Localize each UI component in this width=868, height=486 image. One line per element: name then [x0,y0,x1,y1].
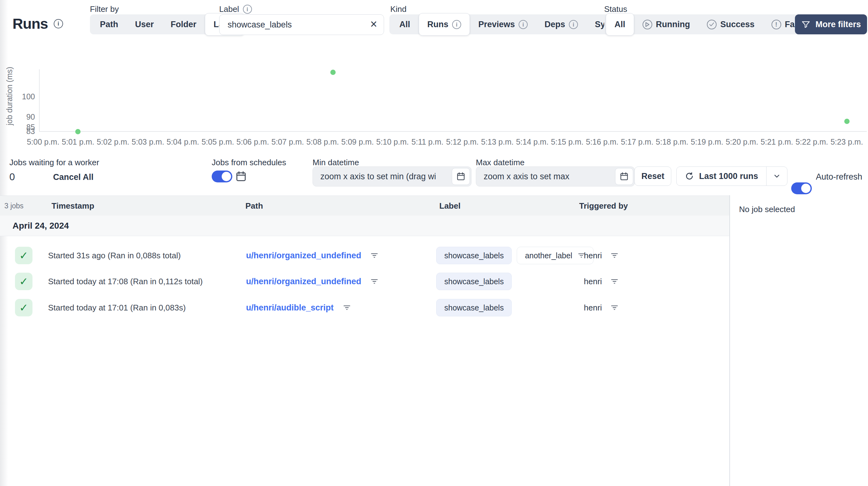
min-datetime-label: Min datetime [313,158,359,168]
refresh-icon [685,172,694,181]
filter-by-path-icon[interactable] [370,277,379,286]
x-axis-tick: 5:09 p.m. [341,138,374,147]
run-scatter-point[interactable] [844,119,849,124]
x-axis-tick: 5:18 p.m. [656,138,688,147]
success-status-icon: ✓ [15,273,32,290]
table-header: 3 jobs Timestamp Path Label Triggered by [0,195,730,215]
x-axis-tick: 5:19 p.m. [691,138,723,147]
run-path-link[interactable]: u/henri/organized_undefined [246,277,361,286]
jobs-from-schedules-label: Jobs from schedules [212,158,286,168]
x-axis-tick: 5:01 p.m. [62,138,94,147]
date-group-header: April 24, 2024 [0,215,730,236]
x-axis-tick: 5:12 p.m. [446,138,479,147]
run-scatter-point[interactable] [75,129,81,134]
x-axis-tick: 5:14 p.m. [516,138,549,147]
run-timestamp: Started today at 17:01 (Ran in 0,083s) [48,295,186,321]
min-datetime-field [313,166,471,186]
filter-by-path-icon[interactable] [370,251,379,260]
no-job-selected-message: No job selected [739,205,795,214]
last-1000-runs-button[interactable]: Last 1000 runs [677,167,766,185]
run-scatter-point[interactable] [330,70,336,75]
runs-count-split-button: Last 1000 runs [676,166,787,186]
x-axis-tick: 5:08 p.m. [306,138,339,147]
max-datetime-field [476,166,635,186]
x-axis-tick: 5:06 p.m. [236,138,269,147]
column-triggered-by: Triggered by [579,196,628,216]
jobs-waiting-label: Jobs waiting for a worker [9,158,99,168]
x-axis-tick: 5:15 p.m. [551,138,584,147]
x-axis-tick: 5:17 p.m. [621,138,653,147]
max-datetime-input[interactable] [476,166,635,186]
filter-by-user-icon[interactable] [610,251,619,260]
x-axis-tick: 5:00 p.m. [27,138,59,147]
label-chip[interactable]: another_label [517,247,594,264]
run-timestamp: Started 31s ago (Ran in 0,088s total) [48,242,181,269]
max-datetime-calendar-button[interactable] [615,168,633,185]
x-axis-tick: 5:04 p.m. [167,138,199,147]
reset-button[interactable]: Reset [634,166,671,186]
max-datetime-label: Max datetime [476,158,525,168]
auto-refresh-label: Auto-refresh [816,172,862,182]
column-path: Path [245,196,263,216]
run-timestamp: Started today at 17:08 (Ran in 0,112s to… [48,268,203,295]
table-row[interactable]: ✓ Started today at 17:01 (Ran in 0,083s)… [0,295,730,321]
run-path-link[interactable]: u/henri/audible_script [246,303,334,313]
x-axis-tick: 5:02 p.m. [97,138,129,147]
success-status-icon: ✓ [15,247,32,264]
jobs-count: 3 jobs [4,196,23,216]
x-axis-tick: 5:23 p.m. [831,138,863,147]
schedules-calendar-icon [235,170,247,183]
min-datetime-calendar-button[interactable] [452,168,470,185]
filter-by-path-icon[interactable] [343,303,351,312]
cancel-all-button[interactable]: Cancel All [53,173,94,182]
x-axis-tick: 5:03 p.m. [132,138,164,147]
x-axis-tick: 5:13 p.m. [481,138,514,147]
chevron-down-icon [773,172,781,180]
label-chip[interactable]: showcase_labels [436,273,512,290]
run-path-link[interactable]: u/henri/organized_undefined [246,251,361,261]
min-datetime-input[interactable] [313,166,471,186]
x-axis-tick: 5:21 p.m. [761,138,793,147]
x-axis-tick: 5:11 p.m. [411,138,443,147]
table-row[interactable]: ✓ Started today at 17:08 (Ran in 0,112s … [0,268,730,295]
triggered-by-user: henri [584,251,602,261]
column-label: Label [439,196,461,216]
filter-by-user-icon[interactable] [610,277,619,286]
x-axis-tick: 5:20 p.m. [725,138,758,147]
table-row[interactable]: ✓ Started 31s ago (Ran in 0,088s total) … [0,242,730,269]
filter-by-user-icon[interactable] [610,303,619,312]
runs-count-dropdown-button[interactable] [767,167,787,185]
auto-refresh-toggle[interactable] [791,182,812,194]
runs-duration-chart[interactable]: job duration (ms) 100908583 5:00 p.m.5:0… [0,0,868,156]
x-axis-tick: 5:16 p.m. [586,138,618,147]
jobs-waiting-count: 0 [9,171,15,183]
chart-x-ticks: 5:00 p.m.5:01 p.m.5:02 p.m.5:03 p.m.5:04… [0,138,868,148]
jobs-from-schedules-toggle[interactable] [212,171,232,182]
label-chip[interactable]: showcase_labels [436,299,512,316]
triggered-by-user: henri [584,277,602,286]
column-timestamp: Timestamp [52,196,94,216]
panel-divider [730,195,730,486]
x-axis-tick: 5:07 p.m. [271,138,304,147]
x-axis-tick: 5:05 p.m. [202,138,234,147]
chart-plot-area[interactable] [0,0,868,138]
triggered-by-user: henri [584,303,602,313]
x-axis-tick: 5:10 p.m. [376,138,409,147]
label-chip[interactable]: showcase_labels [436,247,512,264]
x-axis-tick: 5:22 p.m. [796,138,828,147]
success-status-icon: ✓ [15,299,32,316]
